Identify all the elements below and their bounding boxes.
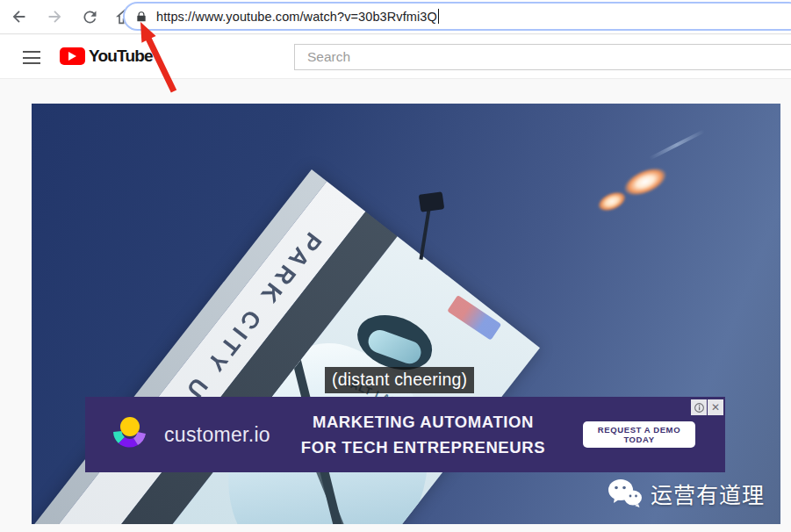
youtube-header: YouTube	[0, 35, 791, 79]
ad-headline-line2: FOR TECH ENTREPRENEURS	[270, 435, 576, 460]
text-cursor	[438, 9, 440, 24]
address-bar[interactable]: https://www.youtube.com/watch?v=30b3Rvfm…	[123, 2, 791, 31]
search-box[interactable]	[294, 44, 791, 70]
lock-icon[interactable]	[135, 10, 147, 24]
banner-logo-mark	[447, 295, 501, 341]
ad-info-icon[interactable]	[691, 399, 707, 415]
back-icon[interactable]	[7, 4, 32, 29]
reload-icon[interactable]	[77, 4, 102, 29]
youtube-wordmark: YouTube	[89, 47, 153, 66]
menu-icon[interactable]	[23, 51, 40, 64]
forward-icon[interactable]	[42, 4, 67, 29]
watermark-text: 运营有道理	[651, 478, 765, 509]
lamp-head	[419, 191, 445, 212]
customerio-logo-icon	[108, 416, 152, 453]
lens-flare-small	[595, 188, 629, 215]
subtitle-caption: (distant cheering)	[325, 367, 474, 393]
url-text[interactable]: https://www.youtube.com/watch?v=30b3Rvfm…	[156, 10, 437, 24]
ad-close-icon[interactable]: ✕	[708, 399, 723, 415]
lens-flare-large	[620, 162, 671, 202]
watermark: 运营有道理	[608, 478, 765, 509]
light-streak	[649, 129, 705, 160]
wechat-icon	[608, 478, 643, 508]
youtube-logo[interactable]: YouTube	[60, 47, 153, 66]
advertiser-brand[interactable]: customer.io	[108, 416, 270, 453]
video-player[interactable]: PARK CITY UT SALT LAKE 02 (distant cheer…	[32, 104, 780, 524]
youtube-play-icon	[60, 47, 85, 65]
browser-toolbar: https://www.youtube.com/watch?v=30b3Rvfm…	[0, 0, 791, 34]
ad-headline: MARKETING AUTOMATION FOR TECH ENTREPRENE…	[270, 409, 583, 460]
ad-banner[interactable]: customer.io MARKETING AUTOMATION FOR TEC…	[85, 397, 725, 472]
lamp-pole	[419, 209, 430, 260]
search-input[interactable]	[295, 45, 791, 69]
ad-headline-line1: MARKETING AUTOMATION	[270, 409, 576, 435]
request-demo-button[interactable]: REQUEST A DEMO TODAY	[583, 421, 695, 448]
advertiser-name: customer.io	[164, 423, 270, 447]
